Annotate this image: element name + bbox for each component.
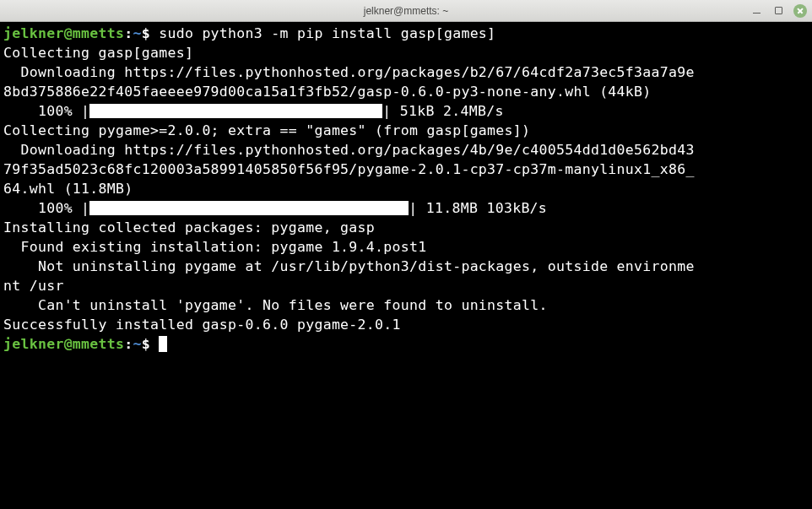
output-line: 79f35ad5023c68fc120003a58991405850f56f95… [3, 160, 809, 179]
progress-bar-icon [89, 104, 382, 118]
minimize-icon[interactable] [750, 4, 763, 18]
prompt-user-host: jelkner@mmetts [3, 336, 124, 352]
output-progress-line: 100% || 11.8MB 103kB/s [3, 198, 809, 218]
window-controls [750, 4, 807, 18]
output-line: 64.whl (11.8MB) [3, 179, 809, 198]
terminal-area[interactable]: jelkner@mmetts:~$ sudo python3 -m pip in… [0, 22, 812, 509]
output-line: 8bd375886e22f405faeeee979d00ca15a1f3fb52… [3, 82, 809, 101]
progress-bar-icon [89, 201, 409, 215]
progress-suffix: | 51kB 2.4MB/s [382, 103, 512, 119]
output-line: Downloading https://files.pythonhosted.o… [3, 140, 809, 160]
output-line: Not uninstalling pygame at /usr/lib/pyth… [3, 257, 809, 276]
output-line: Downloading https://files.pythonhosted.o… [3, 62, 809, 82]
output-progress-line: 100% || 51kB 2.4MB/s [3, 101, 809, 121]
prompt-dollar: $ [142, 25, 150, 41]
prompt-path: ~ [133, 25, 142, 41]
close-icon[interactable] [793, 4, 807, 18]
prompt-user-host: jelkner@mmetts [3, 25, 124, 41]
prompt-line-1: jelkner@mmetts:~$ sudo python3 -m pip in… [3, 24, 809, 43]
cursor-icon [159, 336, 167, 352]
output-line: nt /usr [3, 276, 809, 295]
output-line: Can't uninstall 'pygame'. No files were … [3, 295, 809, 315]
output-line: Installing collected packages: pygame, g… [3, 218, 809, 237]
window-title: jelkner@mmetts: ~ [364, 5, 449, 17]
progress-prefix: 100% | [3, 103, 89, 119]
output-line: Collecting gasp[games] [3, 43, 809, 62]
output-line: Collecting pygame>=2.0.0; extra == "game… [3, 121, 809, 140]
command-text: sudo python3 -m pip install gasp[games] [150, 25, 495, 41]
progress-suffix: | 11.8MB 103kB/s [409, 200, 555, 216]
maximize-icon[interactable] [771, 4, 785, 18]
progress-prefix: 100% | [3, 200, 89, 216]
prompt-line-2: jelkner@mmetts:~$ [3, 334, 809, 354]
output-line: Successfully installed gasp-0.6.0 pygame… [3, 315, 809, 334]
output-line: Found existing installation: pygame 1.9.… [3, 237, 809, 257]
window-titlebar: jelkner@mmetts: ~ [0, 0, 812, 22]
prompt-colon: : [124, 336, 133, 352]
prompt-colon: : [124, 25, 133, 41]
prompt-dollar: $ [142, 336, 150, 352]
prompt-path: ~ [133, 336, 142, 352]
